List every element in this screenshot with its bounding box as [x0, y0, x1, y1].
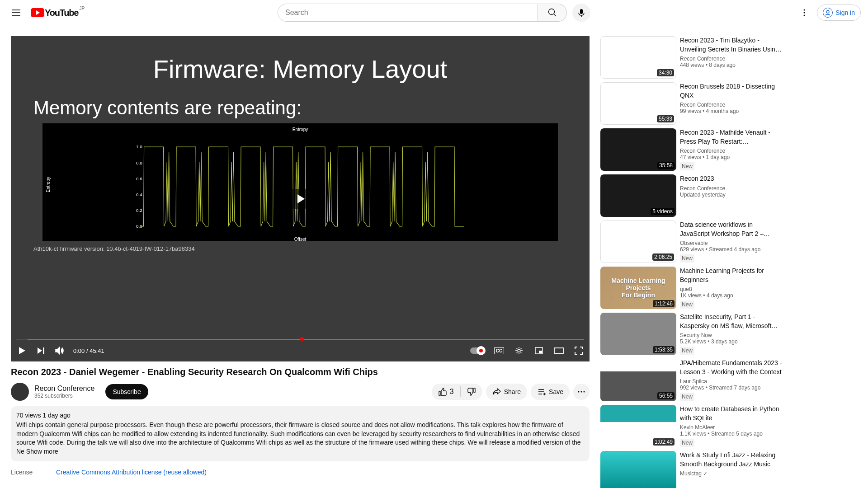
related-meta: 1K views • 4 days ago: [680, 292, 782, 299]
vertical-dots-icon: [800, 8, 809, 17]
license-label: License: [11, 469, 56, 476]
chart-xlabel: Offset: [294, 237, 307, 242]
hamburger-menu-button[interactable]: [7, 4, 25, 22]
views-date: 70 views 1 day ago: [16, 412, 584, 419]
related-channel: Laur Spilca: [680, 378, 782, 385]
related-info: Recon 2023 - Mathilde Venault - Press Pl…: [680, 128, 782, 171]
related-channel: Security Now: [680, 332, 782, 338]
svg-text:0.6: 0.6: [136, 176, 142, 181]
related-video-item[interactable]: 2:06:25 Data science workflows in JavaSc…: [600, 221, 782, 263]
related-info: Recon 2023 - Tim Blazytko - Unveiling Se…: [680, 36, 782, 79]
share-button[interactable]: Share: [486, 384, 527, 400]
related-channel: Recon Conference: [680, 185, 782, 192]
related-video-item[interactable]: 56:55 JPA/Hibernate Fundamentals 2023 - …: [600, 359, 782, 401]
svg-point-2: [804, 9, 805, 11]
save-button[interactable]: Save: [531, 384, 570, 400]
volume-button[interactable]: [54, 345, 65, 356]
channel-avatar[interactable]: [11, 383, 29, 401]
description-text: Wifi chips contain general purpose proce…: [16, 421, 584, 456]
youtube-logo[interactable]: YouTube JP: [31, 8, 78, 18]
header-start: YouTube JP: [7, 4, 89, 22]
related-thumbnail: Machine LearningProjectsFor Beginn1:12:4…: [600, 267, 676, 309]
related-channel: Recon Conference: [680, 148, 782, 154]
action-buttons: 3 Share Save: [432, 384, 590, 400]
related-title: Work & Study Lofi Jazz - Relaxing Smooth…: [680, 451, 782, 469]
video-meta-row: Recon Conference 352 subscribers Subscri…: [11, 383, 590, 401]
svg-text:6: 6: [383, 230, 386, 232]
channel-name[interactable]: Recon Conference: [34, 385, 94, 393]
like-dislike-group: 3: [432, 384, 482, 400]
svg-point-3: [804, 12, 805, 14]
new-badge: New: [680, 347, 694, 355]
related-title: Recon 2023 - Tim Blazytko - Unveiling Se…: [680, 36, 782, 54]
related-videos: 34:30 Recon 2023 - Tim Blazytko - Unveil…: [600, 36, 782, 488]
related-info: Recon 2023 Recon Conference Updated yest…: [680, 174, 782, 217]
video-player[interactable]: Firmware: Memory Layout Memory contents …: [11, 36, 590, 361]
hamburger-icon: [11, 7, 22, 18]
chart-svg: 0.00.20.40.60.81.0 012345678 1e6: [46, 132, 554, 231]
signin-label: Sign in: [835, 9, 855, 16]
chart-ylabel: Entropy: [46, 177, 51, 192]
svg-point-0: [548, 9, 554, 15]
signin-button[interactable]: Sign in: [817, 5, 861, 21]
dislike-button[interactable]: [461, 384, 482, 400]
chart-title: Entropy: [46, 127, 554, 132]
settings-menu-button[interactable]: [795, 4, 813, 22]
time-display: 0:00 / 45:41: [73, 347, 104, 354]
autoplay-toggle[interactable]: [470, 347, 485, 354]
related-title: Data science workflows in JavaScript Wor…: [680, 221, 782, 238]
related-meta: 99 views • 4 months ago: [680, 108, 782, 114]
related-video-item[interactable]: 34:30 Recon 2023 - Tim Blazytko - Unveil…: [600, 36, 782, 79]
share-icon: [492, 387, 501, 396]
header-end: Sign in: [779, 4, 861, 22]
related-thumbnail: 56:55: [600, 359, 676, 401]
related-info: Work & Study Lofi Jazz - Relaxing Smooth…: [680, 451, 782, 488]
related-channel: Recon Conference: [680, 56, 782, 62]
related-video-item[interactable]: 5 videos Recon 2023 Recon Conference Upd…: [600, 174, 782, 217]
related-video-item[interactable]: Work & Study Lofi Jazz - Relaxing Smooth…: [600, 451, 782, 488]
related-video-item[interactable]: 35:58 Recon 2023 - Mathilde Venault - Pr…: [600, 128, 782, 171]
new-badge: New: [680, 300, 694, 309]
play-button-overlay[interactable]: [287, 189, 314, 209]
search-button[interactable]: [538, 4, 567, 22]
content: Firmware: Memory Layout Memory contents …: [0, 25, 868, 488]
related-video-item[interactable]: 1:53:35 Satellite Insecurity, Part 1 - K…: [600, 313, 782, 355]
settings-button[interactable]: [514, 345, 524, 356]
thumbs-up-icon: [438, 387, 447, 396]
captions-button[interactable]: CC: [494, 345, 505, 356]
search-form: [278, 4, 567, 22]
slide-title: Firmware: Memory Layout: [29, 54, 571, 84]
new-badge: New: [680, 162, 694, 170]
related-thumbnail: 1:02:49: [600, 405, 676, 447]
description-box[interactable]: 70 views 1 day ago Wifi chips contain ge…: [11, 406, 590, 461]
license-link[interactable]: Creative Commons Attribution license (re…: [56, 469, 207, 476]
thumbs-down-icon: [467, 387, 476, 396]
show-more-button[interactable]: Show more: [26, 448, 58, 455]
related-thumbnail: 55:33: [600, 82, 676, 125]
more-actions-button[interactable]: [573, 384, 590, 400]
related-video-item[interactable]: 1:02:49 How to create Databases in Pytho…: [600, 405, 782, 447]
fullscreen-button[interactable]: [573, 345, 584, 356]
miniplayer-button[interactable]: [533, 345, 544, 356]
search-input[interactable]: [278, 4, 538, 22]
duration-badge: 35:58: [657, 162, 675, 169]
logo-text: YouTube: [45, 8, 78, 18]
related-video-item[interactable]: 55:33 Recon Brussels 2018 - Dissecting Q…: [600, 82, 782, 125]
related-video-item[interactable]: Machine LearningProjectsFor Beginn1:12:4…: [600, 267, 782, 309]
voice-search-button[interactable]: [572, 4, 590, 22]
svg-text:2: 2: [222, 230, 224, 232]
like-button[interactable]: 3: [432, 384, 460, 400]
related-title: JPA/Hibernate Fundamentals 2023 - Lesson…: [680, 359, 782, 376]
primary-column: Firmware: Memory Layout Memory contents …: [11, 36, 590, 488]
related-thumbnail: 35:58: [600, 128, 676, 171]
theater-button[interactable]: [553, 345, 564, 356]
related-info: Satellite Insecurity, Part 1 - Kaspersky…: [680, 313, 782, 355]
search-icon: [547, 7, 558, 18]
related-meta: 5.2K views • 3 days ago: [680, 338, 782, 345]
play-button[interactable]: [16, 345, 27, 356]
svg-point-26: [578, 391, 580, 393]
next-button[interactable]: [35, 345, 46, 356]
header-center: [271, 4, 597, 22]
subscribe-button[interactable]: Subscribe: [105, 384, 148, 399]
firmware-version-text: Ath10k-ct firmware version: 10.4b-ct-401…: [33, 245, 571, 252]
